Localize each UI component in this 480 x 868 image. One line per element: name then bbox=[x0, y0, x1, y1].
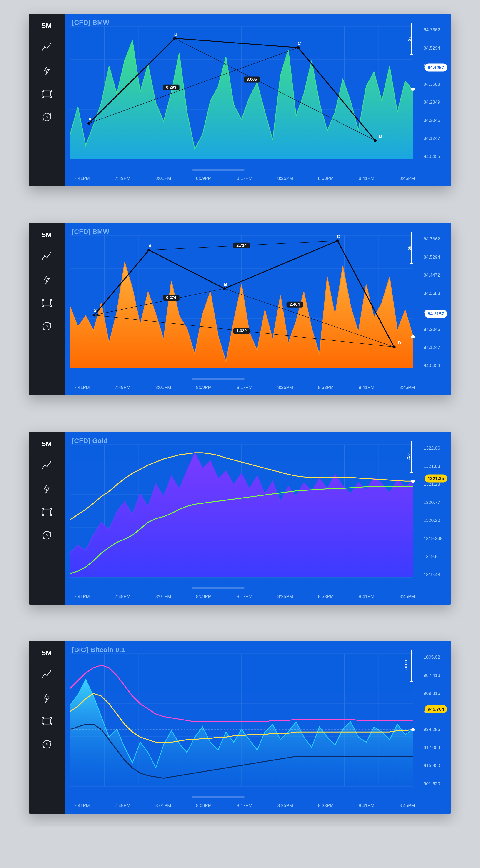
svg-rect-143 bbox=[42, 723, 44, 725]
bolt-icon[interactable] bbox=[41, 275, 52, 285]
x-tick: 8:01PM bbox=[156, 594, 171, 599]
y-tick: 1321.23 bbox=[420, 482, 451, 487]
svg-point-105 bbox=[42, 468, 43, 469]
y-tick: 917.009 bbox=[420, 745, 451, 750]
price-chart[interactable]: XABCD2.7140.2762.4041.329 bbox=[65, 223, 451, 396]
time-scrubber[interactable] bbox=[192, 796, 245, 798]
svg-point-49 bbox=[44, 255, 45, 257]
x-axis: 7:41PM7:49PM8:01PM8:09PM8:17PM8:25PM8:33… bbox=[74, 385, 415, 390]
scale-label: 25 bbox=[407, 36, 412, 41]
chart-area: [CFD] BMW ABCD0.2933.06584.766284.529484… bbox=[65, 13, 451, 186]
timeframe-button[interactable]: 5M bbox=[42, 440, 52, 448]
y-tick: 84.7662 bbox=[420, 237, 451, 242]
price-scale-marker: 25 bbox=[408, 23, 415, 55]
x-tick: 8:41PM bbox=[359, 176, 374, 181]
svg-text:$: $ bbox=[46, 115, 48, 119]
svg-point-91 bbox=[223, 287, 226, 290]
price-chart[interactable] bbox=[65, 432, 451, 604]
x-tick: 7:41PM bbox=[74, 594, 90, 599]
current-price-pill: 1321.35 bbox=[424, 474, 447, 482]
y-tick: 84.0456 bbox=[420, 363, 451, 368]
svg-rect-111 bbox=[50, 508, 51, 510]
cycle-icon[interactable]: $ bbox=[41, 739, 52, 750]
svg-text:2.404: 2.404 bbox=[290, 303, 300, 307]
svg-text:A: A bbox=[88, 117, 92, 121]
price-scale-marker: 25 bbox=[408, 232, 415, 264]
svg-text:1.329: 1.329 bbox=[236, 329, 247, 333]
svg-text:3.065: 3.065 bbox=[247, 78, 257, 82]
current-price-dot bbox=[411, 728, 415, 732]
current-price-dot bbox=[411, 479, 415, 483]
y-tick: 84.0456 bbox=[420, 154, 451, 159]
y-tick: 84.5294 bbox=[420, 45, 451, 51]
rectangle-icon[interactable] bbox=[41, 507, 52, 517]
y-tick: 1320.77 bbox=[420, 500, 451, 505]
instrument-title: [CFD] Gold bbox=[72, 437, 108, 444]
x-axis: 7:41PM7:49PM8:01PM8:09PM8:17PM8:25PM8:33… bbox=[74, 803, 415, 808]
x-tick: 8:41PM bbox=[359, 594, 374, 599]
x-tick: 8:45PM bbox=[399, 594, 415, 599]
x-tick: 7:49PM bbox=[115, 803, 130, 808]
svg-rect-4 bbox=[43, 91, 51, 97]
y-tick: 1005.02 bbox=[420, 655, 451, 660]
price-chart[interactable]: ABCD0.2933.065 bbox=[65, 13, 451, 186]
cycle-icon[interactable]: $ bbox=[41, 530, 52, 540]
y-tick: 84.2046 bbox=[420, 118, 451, 123]
trend-line-icon[interactable] bbox=[41, 251, 52, 262]
y-axis: 84.766284.529484.447284.368384.284984.20… bbox=[420, 13, 451, 186]
x-tick: 8:41PM bbox=[359, 803, 374, 808]
svg-rect-110 bbox=[42, 508, 44, 510]
x-tick: 8:09PM bbox=[196, 385, 212, 390]
y-tick: 84.4472 bbox=[420, 273, 451, 278]
y-tick: 84.7662 bbox=[420, 27, 451, 32]
x-tick: 8:25PM bbox=[277, 594, 293, 599]
x-tick: 8:17PM bbox=[237, 803, 253, 808]
rectangle-icon[interactable] bbox=[41, 716, 52, 726]
y-tick: 1320.20 bbox=[420, 518, 451, 523]
cycle-icon[interactable]: $ bbox=[41, 112, 52, 122]
chart-panel: 5M$[CFD] Gold 1322.061321.631321.231320.… bbox=[29, 432, 451, 604]
x-tick: 8:09PM bbox=[196, 803, 212, 808]
bolt-icon[interactable] bbox=[41, 693, 52, 703]
y-tick: 84.1247 bbox=[420, 345, 451, 350]
trend-line-icon[interactable] bbox=[41, 42, 52, 53]
bolt-icon[interactable] bbox=[41, 484, 52, 494]
y-tick: 1319.91 bbox=[420, 554, 451, 559]
rectangle-icon[interactable] bbox=[41, 298, 52, 308]
price-chart[interactable] bbox=[65, 641, 451, 814]
timeframe-button[interactable]: 5M bbox=[42, 22, 52, 30]
svg-text:C: C bbox=[297, 41, 301, 46]
x-tick: 7:41PM bbox=[74, 385, 90, 390]
svg-text:D: D bbox=[379, 134, 382, 138]
x-tick: 8:33PM bbox=[318, 385, 333, 390]
x-tick: 8:01PM bbox=[156, 385, 171, 390]
svg-point-138 bbox=[46, 675, 48, 676]
svg-line-80 bbox=[149, 250, 224, 288]
x-tick: 8:33PM bbox=[318, 594, 333, 599]
rectangle-icon[interactable] bbox=[41, 89, 52, 99]
x-tick: 7:49PM bbox=[115, 176, 130, 181]
time-scrubber[interactable] bbox=[192, 587, 245, 589]
svg-point-137 bbox=[44, 674, 45, 675]
svg-text:X: X bbox=[94, 309, 97, 313]
trend-line-icon[interactable] bbox=[41, 670, 52, 680]
y-axis: 1322.061321.631321.231320.771320.201319.… bbox=[420, 432, 451, 604]
x-tick: 8:17PM bbox=[237, 176, 253, 181]
time-scrubber[interactable] bbox=[192, 168, 245, 171]
bolt-icon[interactable] bbox=[41, 65, 52, 76]
y-tick: 84.2046 bbox=[420, 327, 451, 332]
timeframe-button[interactable]: 5M bbox=[42, 649, 52, 657]
svg-point-0 bbox=[42, 50, 43, 51]
svg-text:0.293: 0.293 bbox=[166, 86, 177, 90]
svg-rect-8 bbox=[50, 96, 51, 97]
trend-line-icon[interactable] bbox=[41, 461, 52, 471]
cycle-icon[interactable]: $ bbox=[41, 321, 52, 331]
timeframe-button[interactable]: 5M bbox=[42, 231, 52, 239]
y-tick: 1322.06 bbox=[420, 445, 451, 451]
instrument-title: [CFD] BMW bbox=[72, 228, 109, 236]
x-tick: 8:09PM bbox=[196, 176, 212, 181]
time-scrubber[interactable] bbox=[192, 378, 245, 380]
x-tick: 8:25PM bbox=[277, 176, 293, 181]
svg-rect-5 bbox=[42, 90, 44, 92]
y-tick: 1319.48 bbox=[420, 572, 451, 577]
